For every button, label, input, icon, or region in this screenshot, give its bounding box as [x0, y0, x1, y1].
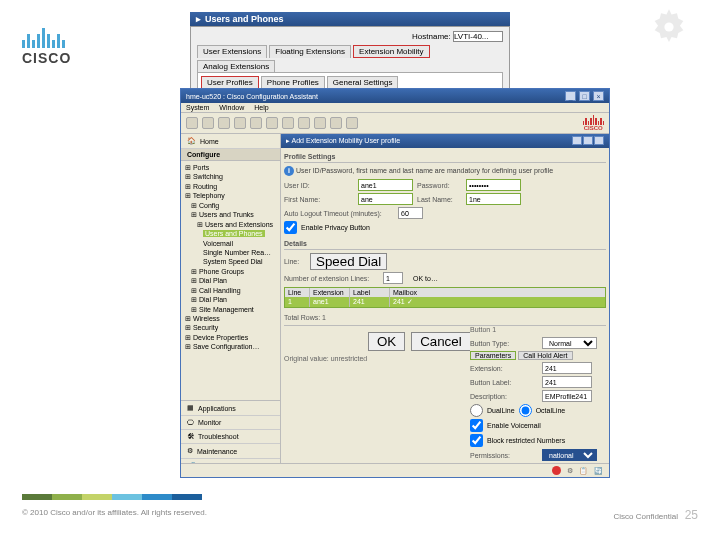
last-name-label: Last Name:	[417, 196, 462, 203]
table-row[interactable]: 1 ane1 241 241 ✓	[285, 297, 605, 307]
minimize-button[interactable]: _	[565, 91, 576, 101]
tree-node[interactable]: ⊞ Call Handling	[185, 286, 279, 295]
th-mailbox[interactable]: Mailbox	[390, 288, 605, 297]
tree-node[interactable]: ⊞ Ports	[185, 163, 279, 172]
tree-node[interactable]: ⊞ Users and Extensions	[185, 220, 279, 229]
menu-system[interactable]: System	[186, 104, 209, 111]
tree-node[interactable]: ⊞ Save Configuration…	[185, 342, 279, 351]
tree-node[interactable]: ⊞ Users and Trunks	[185, 210, 279, 219]
sidebar-monitor[interactable]: 🖵Monitor	[181, 416, 280, 430]
menu-help[interactable]: Help	[254, 104, 268, 111]
th-label[interactable]: Label	[350, 288, 390, 297]
total-rows: Total Rows: 1	[284, 308, 606, 321]
toolbar-icon[interactable]	[282, 117, 294, 129]
details-head: Details	[284, 238, 606, 250]
users-phones-window: ▸ Users and Phones Hostname: User Extens…	[190, 12, 510, 96]
toolbar-icon[interactable]	[186, 117, 198, 129]
profile-settings-head: Profile Settings	[284, 151, 606, 163]
tab-parameters[interactable]: Parameters	[470, 351, 516, 360]
tree-node[interactable]: ⊞ Config	[185, 201, 279, 210]
tab-ext-mobility[interactable]: Extension Mobility	[353, 45, 429, 58]
inner-min[interactable]	[572, 136, 582, 145]
tree-node[interactable]: ⊞ Dial Plan	[185, 276, 279, 285]
tree-node[interactable]: ⊞ Routing	[185, 182, 279, 191]
tree-node[interactable]: ⊞ Switching	[185, 172, 279, 181]
nav-tree: ⊞ Ports⊞ Switching⊞ Routing⊞ Telephony⊞ …	[181, 161, 280, 400]
sidebar-troubleshoot[interactable]: 🛠Troubleshoot	[181, 430, 280, 444]
password-input[interactable]	[466, 179, 521, 191]
dialog-title: Add Extension Mobility User profile	[292, 137, 401, 144]
toolbar-icon[interactable]	[346, 117, 358, 129]
status-icon[interactable]: ⚙	[567, 467, 573, 475]
btn-label-input[interactable]	[542, 376, 592, 388]
tree-node[interactable]: System Speed Dial	[185, 257, 279, 266]
copyright-text: © 2010 Cisco and/or its affiliates. All …	[22, 508, 207, 522]
octal-line-radio[interactable]	[519, 404, 532, 417]
num-lines-label: Number of extension Lines:	[284, 275, 379, 282]
tree-node[interactable]: ⊞ Security	[185, 323, 279, 332]
desc-input[interactable]	[542, 390, 592, 402]
maximize-button[interactable]: □	[579, 91, 590, 101]
btn-type-select[interactable]: Normal	[542, 337, 597, 349]
info-icon: i	[284, 166, 294, 176]
block-restricted-checkbox[interactable]	[470, 434, 483, 447]
brand-stripe	[22, 494, 202, 500]
toolbar-icon[interactable]	[234, 117, 246, 129]
tree-node[interactable]: Single Number Rea…	[185, 248, 279, 257]
toolbar-icon[interactable]	[250, 117, 262, 129]
dual-line-radio[interactable]	[470, 404, 483, 417]
tab-analog-ext[interactable]: Analog Extensions	[197, 60, 275, 72]
ok-button[interactable]: OK	[368, 332, 405, 351]
status-icon[interactable]: 📋	[579, 467, 588, 475]
configure-header[interactable]: Configure	[181, 149, 280, 161]
sidebar-maintenance[interactable]: ⚙Maintenance	[181, 444, 280, 459]
toolbar-icon[interactable]	[266, 117, 278, 129]
th-ext[interactable]: Extension	[310, 288, 350, 297]
toolbar-icon[interactable]	[202, 117, 214, 129]
cancel-button[interactable]: Cancel	[411, 332, 471, 351]
tree-node[interactable]: Users and Phones	[185, 229, 279, 238]
tab-callhold[interactable]: Call Hold Alert	[518, 351, 572, 360]
tree-node[interactable]: Voicemail	[185, 239, 279, 248]
toolbar-icon[interactable]	[298, 117, 310, 129]
window-controls: _ □ ×	[564, 91, 604, 101]
logo-text: CISCO	[22, 48, 71, 66]
menu-window[interactable]: Window	[219, 104, 244, 111]
speed-dial-button[interactable]: Speed Dial	[310, 253, 387, 270]
close-button[interactable]: ×	[593, 91, 604, 101]
inner-close[interactable]	[594, 136, 604, 145]
hostname-input[interactable]	[453, 31, 503, 42]
sidebar-applications[interactable]: ▦Applications	[181, 401, 280, 416]
main-panel: ▸ Add Extension Mobility User profile Pr…	[281, 134, 609, 474]
button-panel: Button 1 Button Type:Normal ParametersCa…	[470, 326, 603, 474]
th-line[interactable]: Line	[285, 288, 310, 297]
tree-node[interactable]: ⊞ Device Properties	[185, 333, 279, 342]
user-id-input[interactable]	[358, 179, 413, 191]
first-name-input[interactable]	[358, 193, 413, 205]
status-icon[interactable]: 🔄	[594, 467, 603, 475]
status-red-icon[interactable]	[552, 466, 561, 475]
user-id-label: User ID:	[284, 182, 354, 189]
toolbar-icon[interactable]	[330, 117, 342, 129]
tree-node[interactable]: ⊞ Site Management	[185, 305, 279, 314]
num-lines-input[interactable]	[383, 272, 403, 284]
toolbar-icon[interactable]	[218, 117, 230, 129]
ext-input[interactable]	[542, 362, 592, 374]
apps-icon: ▦	[187, 404, 194, 412]
tab-user-ext[interactable]: User Extensions	[197, 45, 267, 58]
tab-floating-ext[interactable]: Floating Extensions	[269, 45, 351, 58]
perm-select[interactable]: national	[542, 449, 597, 461]
enable-vm-checkbox[interactable]	[470, 419, 483, 432]
tree-node[interactable]: ⊞ Wireless	[185, 314, 279, 323]
home-button[interactable]: 🏠Home	[181, 134, 280, 149]
privacy-checkbox[interactable]	[284, 221, 297, 234]
app-title: hme-uc520 : Cisco Configuration Assistan…	[186, 93, 318, 100]
inner-max[interactable]	[583, 136, 593, 145]
tree-node[interactable]: ⊞ Phone Groups	[185, 267, 279, 276]
last-name-input[interactable]	[466, 193, 521, 205]
tree-node[interactable]: ⊞ Telephony	[185, 191, 279, 200]
lines-table: Line Extension Label Mailbox 1 ane1 241 …	[284, 287, 606, 308]
toolbar-icon[interactable]	[314, 117, 326, 129]
tree-node[interactable]: ⊞ Dial Plan	[185, 295, 279, 304]
timeout-input[interactable]	[398, 207, 423, 219]
